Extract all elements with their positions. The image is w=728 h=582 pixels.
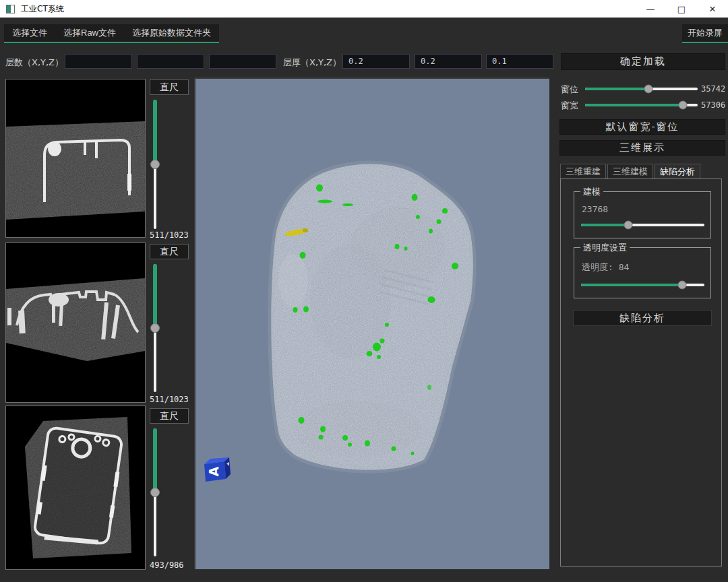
modeling-slider[interactable] [581, 220, 704, 230]
orientation-cube[interactable]: A [200, 457, 231, 485]
defect-analysis-pane: 建模 23768 透明度设置 透明度: 84 缺陷分析 [560, 179, 722, 567]
layers-x-input[interactable] [65, 54, 132, 69]
thickness-z-input[interactable] [486, 54, 553, 69]
slice-slider-3-thumb[interactable] [150, 488, 160, 497]
main-window: 工业CT系统 — □ ✕ 选择文件 选择Raw文件 选择原始数据文件夹 开始录屏… [0, 0, 728, 582]
app-icon [6, 5, 15, 13]
window-width-value: 57306 [701, 100, 725, 110]
opacity-groupbox: 透明度设置 透明度: 84 [574, 247, 711, 298]
slice-position-1: 511/1023 [150, 230, 189, 240]
opacity-slider-thumb[interactable] [678, 281, 687, 290]
modeling-groupbox: 建模 23768 [574, 191, 711, 238]
window-width-label: 窗宽 [561, 100, 578, 112]
layers-z-input[interactable] [209, 54, 276, 69]
ruler-button-3[interactable]: 直尺 [150, 408, 189, 424]
slice-slider-3[interactable] [150, 428, 160, 556]
opacity-value-label: 透明度: 84 [582, 261, 629, 273]
window-level-slider-thumb[interactable] [644, 85, 653, 94]
slice-slider-2[interactable] [150, 264, 160, 392]
defect-analysis-button[interactable]: 缺陷分析 [573, 310, 712, 326]
window-level-slider[interactable] [585, 84, 698, 94]
ruler-button-2[interactable]: 直尺 [150, 244, 189, 259]
modeling-legend: 建模 [580, 186, 603, 198]
ruler-button-1[interactable]: 直尺 [150, 79, 189, 95]
slice-position-2: 511/1023 [150, 395, 189, 404]
select-raw-folder-button[interactable]: 选择原始数据文件夹 [124, 24, 219, 42]
thickness-y-input[interactable] [415, 54, 482, 69]
slice-slider-2-thumb[interactable] [150, 323, 160, 333]
window-title: 工业CT系统 [21, 3, 64, 15]
slice-view-xz[interactable] [5, 243, 146, 403]
orientation-cube-letter: A [206, 466, 221, 476]
modeling-value: 23768 [582, 204, 608, 214]
slice-view-yz[interactable] [5, 406, 146, 570]
thickness-label: 层厚（X,Y,Z） [283, 57, 341, 69]
slice-slider-1-thumb[interactable] [150, 160, 160, 169]
window-level-value: 35742 [701, 84, 725, 94]
display-3d-button[interactable]: 三维展示 [559, 140, 725, 156]
opacity-legend: 透明度设置 [580, 242, 630, 254]
opacity-slider[interactable] [581, 280, 704, 290]
default-window-button[interactable]: 默认窗宽-窗位 [559, 119, 725, 135]
maximize-icon[interactable]: □ [666, 0, 697, 18]
select-file-button[interactable]: 选择文件 [4, 24, 55, 42]
file-toolbar: 选择文件 选择Raw文件 选择原始数据文件夹 [4, 24, 219, 43]
slice-view-xy[interactable] [5, 79, 146, 238]
modeling-slider-thumb[interactable] [624, 221, 632, 230]
layers-label: 层数（X,Y,Z） [5, 57, 63, 69]
render-3d-viewport[interactable]: A [194, 77, 549, 569]
ct-volume-render [195, 79, 549, 569]
titlebar: 工业CT系统 — □ ✕ [0, 0, 728, 18]
start-recording-button[interactable]: 开始录屏 [682, 24, 728, 43]
select-raw-file-button[interactable]: 选择Raw文件 [55, 24, 124, 42]
thickness-x-input[interactable] [342, 54, 410, 69]
slice-position-3: 493/986 [150, 560, 184, 570]
confirm-load-button[interactable]: 确定加载 [561, 53, 725, 70]
minimize-icon[interactable]: — [635, 0, 666, 18]
layers-y-input[interactable] [137, 54, 204, 69]
window-width-slider-thumb[interactable] [679, 101, 688, 110]
window-width-slider[interactable] [585, 100, 698, 110]
slice-slider-1[interactable] [150, 100, 160, 229]
window-level-label: 窗位 [561, 84, 578, 96]
close-icon[interactable]: ✕ [697, 0, 728, 18]
